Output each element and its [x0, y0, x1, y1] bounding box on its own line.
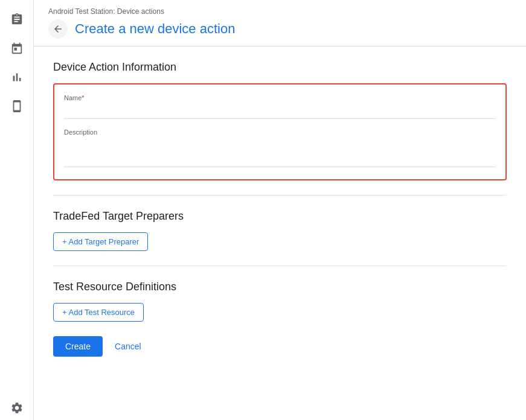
name-field-container: Name*	[64, 94, 496, 119]
add-test-resource-button[interactable]: + Add Test Resource	[53, 303, 144, 322]
name-input[interactable]	[64, 104, 496, 119]
sidebar-item-calendar[interactable]	[5, 36, 29, 60]
section-title-test-resource: Test Resource Definitions	[53, 281, 507, 293]
page-title: Create a new device action	[75, 21, 235, 37]
content-area: Device Action Information Name* Descript…	[34, 46, 526, 420]
description-label: Description	[64, 129, 496, 136]
divider-2	[53, 266, 507, 266]
tradefed-section: TradeFed Target Preparers + Add Target P…	[53, 210, 507, 251]
main-content: Android Test Station: Device actions Cre…	[34, 0, 526, 420]
sidebar	[0, 0, 34, 420]
cancel-button[interactable]: Cancel	[107, 336, 149, 357]
create-button[interactable]: Create	[53, 336, 103, 357]
page-header: Android Test Station: Device actions Cre…	[34, 0, 526, 46]
section-title-device-action: Device Action Information	[53, 61, 507, 74]
add-target-preparer-button[interactable]: + Add Target Preparer	[53, 232, 148, 251]
section-title-tradefed: TradeFed Target Preparers	[53, 210, 507, 223]
action-row: Create Cancel	[53, 336, 507, 357]
name-label: Name*	[64, 94, 496, 101]
device-action-form-box: Name* Description	[53, 83, 507, 180]
breadcrumb: Android Test Station: Device actions	[48, 7, 512, 16]
description-input[interactable]	[64, 138, 496, 167]
sidebar-item-analytics[interactable]	[5, 65, 29, 89]
description-field-container: Description	[64, 129, 496, 170]
test-resource-section: Test Resource Definitions + Add Test Res…	[53, 281, 507, 322]
device-action-info-section: Device Action Information Name* Descript…	[53, 61, 507, 180]
back-button[interactable]	[48, 19, 68, 39]
divider-1	[53, 195, 507, 196]
sidebar-item-clipboard[interactable]	[5, 7, 29, 31]
sidebar-item-device[interactable]	[5, 94, 29, 118]
sidebar-item-settings[interactable]	[5, 396, 29, 420]
